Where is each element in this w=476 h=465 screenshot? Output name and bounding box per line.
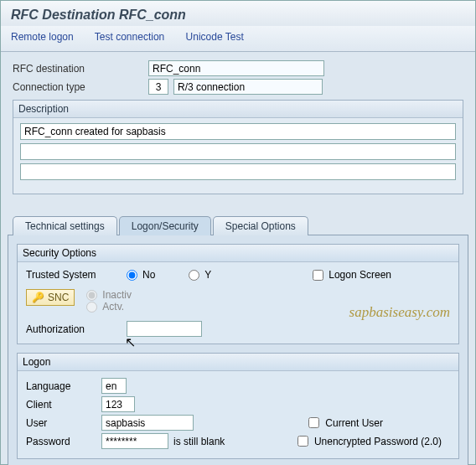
- security-options-panel: Security Options Trusted System No Y Log…: [17, 244, 459, 344]
- language-label: Language: [26, 380, 101, 392]
- logon-screen-checkbox[interactable]: Logon Screen: [313, 269, 391, 281]
- description-line-2[interactable]: [20, 143, 456, 160]
- user-field[interactable]: [101, 415, 194, 431]
- tab-logon-security[interactable]: Logon/Security: [119, 216, 211, 235]
- tabstrip: Technical settings Logon/Security Specia…: [13, 216, 475, 235]
- tab-technical-settings[interactable]: Technical settings: [13, 216, 117, 235]
- connection-type-code[interactable]: [148, 79, 168, 95]
- app-window: RFC Destination RFC_conn Remote logon Te…: [0, 0, 476, 465]
- description-title: Description: [13, 101, 463, 118]
- logon-panel: Logon Language Client User Current User: [17, 353, 459, 459]
- password-hint: is still blank: [173, 436, 225, 447]
- rfc-destination-field[interactable]: [148, 60, 324, 76]
- security-options-title: Security Options: [18, 245, 458, 262]
- authorization-label: Authorization: [26, 323, 127, 335]
- description-line-1[interactable]: [20, 123, 456, 140]
- description-group: Description: [13, 100, 463, 194]
- logon-title: Logon: [18, 354, 458, 371]
- unencrypted-password-checkbox[interactable]: Unencrypted Password (2.0): [298, 436, 442, 447]
- header-content: RFC destination Connection type Descript…: [1, 52, 475, 203]
- page-title: RFC Destination RFC_conn: [1, 1, 475, 26]
- key-icon: 🔑: [32, 292, 44, 303]
- connection-type-text[interactable]: [173, 79, 323, 95]
- tab-content: Security Options Trusted System No Y Log…: [8, 235, 468, 465]
- trusted-system-label: Trusted System: [26, 269, 127, 281]
- tab-special-options[interactable]: Special Options: [213, 216, 308, 235]
- password-field[interactable]: [101, 433, 168, 449]
- client-label: Client: [26, 399, 101, 411]
- trusted-no-radio[interactable]: No: [127, 269, 155, 281]
- connection-type-label: Connection type: [13, 81, 148, 93]
- client-field[interactable]: [101, 396, 135, 412]
- current-user-checkbox[interactable]: Current User: [308, 417, 383, 429]
- password-label: Password: [26, 436, 101, 447]
- snc-actv-radio[interactable]: Actv.: [86, 301, 132, 313]
- authorization-field[interactable]: [127, 321, 202, 337]
- rfc-destination-label: RFC destination: [13, 63, 148, 75]
- trusted-y-radio[interactable]: Y: [189, 269, 211, 281]
- menu-remote-logon[interactable]: Remote logon: [11, 31, 74, 43]
- snc-button[interactable]: 🔑 SNC: [26, 289, 75, 306]
- menu-test-connection[interactable]: Test connection: [95, 31, 164, 43]
- menu-unicode-test[interactable]: Unicode Test: [186, 31, 244, 43]
- language-field[interactable]: [101, 378, 127, 394]
- description-line-3[interactable]: [20, 163, 456, 180]
- snc-inactiv-radio[interactable]: Inactiv: [86, 289, 132, 301]
- user-label: User: [26, 417, 101, 429]
- menubar: Remote logon Test connection Unicode Tes…: [1, 26, 475, 52]
